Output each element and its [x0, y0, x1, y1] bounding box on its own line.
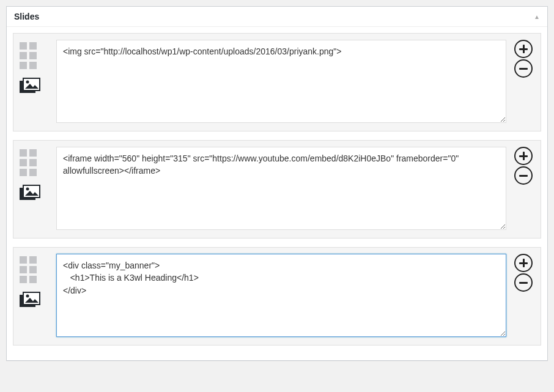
remove-slide-button[interactable]: [514, 59, 533, 78]
media-picker-icon[interactable]: [20, 78, 40, 96]
slide-row: [13, 33, 541, 131]
slide-row: [13, 247, 541, 346]
media-picker-icon[interactable]: [20, 292, 40, 310]
svg-point-9: [26, 188, 29, 191]
slides-panel-body: [7, 27, 547, 360]
slide-content-textarea[interactable]: [56, 254, 506, 337]
slides-panel-header[interactable]: Slides ▲: [7, 7, 547, 27]
slide-left-tools: [20, 147, 50, 203]
collapse-icon: ▲: [534, 13, 540, 20]
slide-row: [13, 140, 541, 239]
slide-left-tools: [20, 254, 50, 310]
media-picker-icon[interactable]: [20, 185, 40, 203]
remove-slide-button[interactable]: [514, 166, 533, 185]
slides-panel-title: Slides: [14, 12, 39, 21]
slides-panel: Slides ▲: [6, 6, 548, 361]
add-slide-button[interactable]: [514, 147, 533, 165]
svg-point-3: [26, 81, 29, 84]
add-slide-button[interactable]: [514, 40, 533, 58]
svg-point-15: [26, 295, 29, 298]
drag-handle-icon[interactable]: [20, 256, 39, 286]
slide-content-textarea[interactable]: [56, 147, 506, 230]
add-slide-button[interactable]: [514, 254, 533, 272]
drag-handle-icon[interactable]: [20, 42, 39, 72]
remove-slide-button[interactable]: [514, 273, 533, 292]
drag-handle-icon[interactable]: [20, 149, 39, 179]
slide-content-textarea[interactable]: [56, 40, 506, 123]
slide-left-tools: [20, 40, 50, 96]
